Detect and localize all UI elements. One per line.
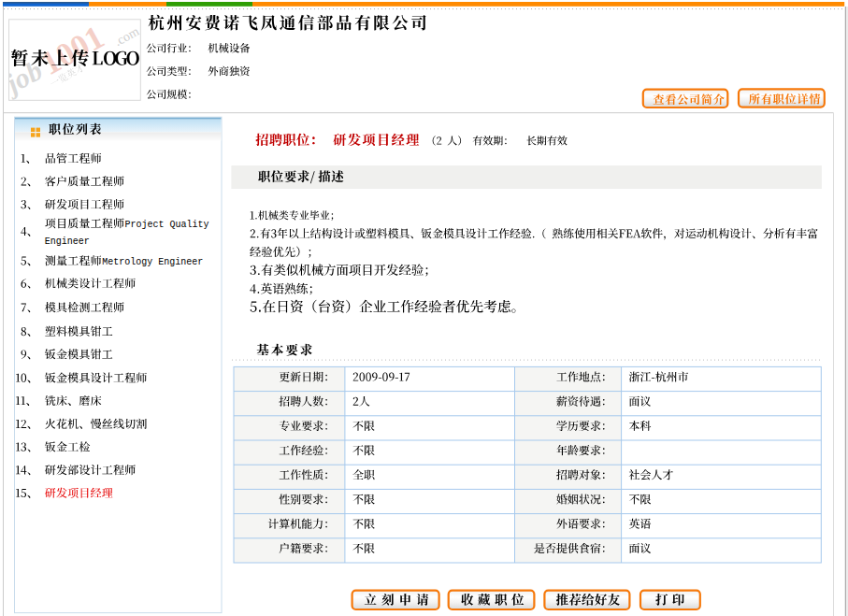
svg-text:Metrology Engineer: Metrology Engineer (102, 257, 203, 267)
svg-text:Project Quality: Project Quality (125, 220, 209, 230)
svg-text:Engineer: Engineer (45, 236, 90, 247)
